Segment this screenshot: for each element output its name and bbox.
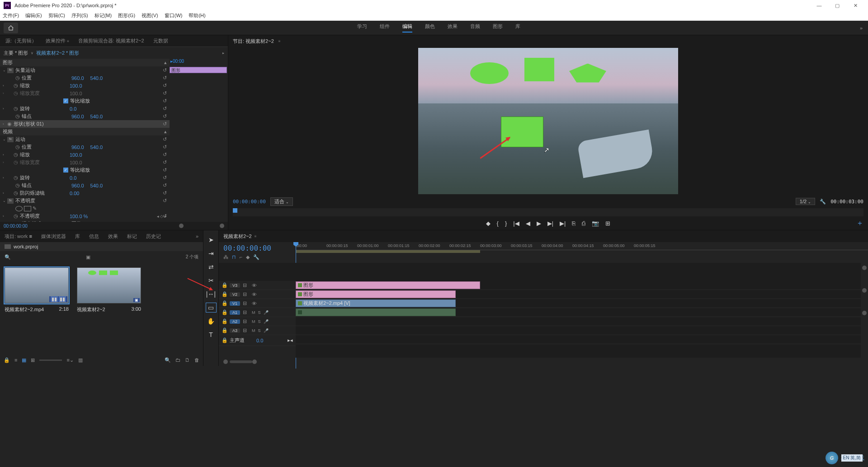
marker-button[interactable]: ◆ [486, 220, 491, 227]
lock-icon[interactable]: 🔒 [222, 327, 227, 333]
timeline-vscroll[interactable] [861, 263, 868, 358]
add-button[interactable]: ＋ [856, 219, 863, 228]
visibility-icon[interactable]: ◉ [7, 121, 14, 127]
lock-icon[interactable]: 🔒 [4, 357, 10, 363]
type-tool[interactable]: T [206, 330, 217, 340]
hand-tool[interactable]: ✋ [206, 316, 217, 326]
lock-icon[interactable]: 🔒 [222, 318, 227, 324]
mask-rect-icon[interactable] [24, 206, 31, 211]
solo-button[interactable]: S [258, 328, 261, 333]
lock-icon[interactable]: 🔒 [222, 300, 227, 306]
fx-badge-icon[interactable]: fx [7, 68, 14, 73]
solo-button[interactable]: S [258, 319, 261, 324]
video-frame[interactable] [418, 48, 678, 194]
timeline-timecode[interactable]: 00:00:00:00 [223, 244, 291, 252]
section-video[interactable]: 视频▴ [0, 128, 170, 135]
stopwatch-icon[interactable]: ◷ [14, 190, 20, 196]
stopwatch-icon[interactable]: ◷ [15, 144, 22, 150]
stopwatch-icon[interactable]: ◷ [15, 113, 22, 119]
program-timecode-out[interactable]: 00:00:03:00 [830, 199, 863, 205]
mark-in-button[interactable]: { [497, 220, 499, 227]
list-view-icon[interactable]: ≡ [14, 357, 17, 363]
lock-icon[interactable]: 🔒 [222, 291, 227, 297]
reset-icon[interactable]: ↺ [163, 152, 167, 158]
track-select-tool[interactable]: ⇥ [206, 248, 217, 258]
reset-icon[interactable]: ↺ [163, 106, 167, 112]
reset-icon[interactable]: ↺ [163, 67, 167, 73]
stopwatch-icon[interactable]: ◷ [14, 106, 20, 112]
voice-icon[interactable]: 🎤 [264, 319, 269, 324]
anchor-x[interactable]: 960.0 [71, 114, 84, 119]
ripple-edit-tool[interactable]: ⇄ [206, 262, 217, 272]
position-x[interactable]: 960.0 [71, 75, 84, 81]
toggle-icon[interactable]: ⊟ [243, 291, 249, 297]
clip-graphic-2[interactable]: 图形 [296, 290, 456, 298]
auto-sequence-icon[interactable]: ▥ [78, 357, 83, 363]
panel-menu-icon[interactable]: ≡ [255, 234, 257, 238]
menu-clip[interactable]: 剪辑(C) [48, 12, 65, 19]
resolution-dropdown[interactable]: 1/2 ⌄ [796, 198, 815, 205]
work-area-bar[interactable] [296, 250, 480, 253]
stopwatch-icon[interactable]: ◷ [15, 75, 22, 81]
ws-assembly[interactable]: 组件 [380, 23, 390, 33]
solo-button[interactable]: S [258, 310, 261, 315]
go-to-out-button[interactable]: ▶| [560, 220, 566, 227]
scroll-handle[interactable] [220, 224, 224, 228]
track-header-v1[interactable]: 🔒V1⊟👁 [219, 299, 296, 308]
stopwatch-icon[interactable]: ◷ [14, 175, 20, 181]
effect-timecode[interactable]: 00:00:00:00 [4, 224, 28, 229]
reset-icon[interactable]: ↺ [163, 83, 167, 89]
timeline-content[interactable]: 图形 图形 视频素材2~2.mp4 [V] [296, 263, 861, 358]
anchor-y[interactable]: 540.0 [90, 114, 103, 119]
search-icon[interactable]: 🔍 [5, 254, 11, 260]
program-video-area[interactable] [228, 47, 868, 195]
track-v3[interactable]: 图形 [296, 281, 861, 290]
reset-icon[interactable]: ↺ [163, 167, 167, 173]
razor-tool[interactable]: ✂ [206, 276, 217, 285]
new-bin-icon[interactable]: 🗀 [175, 357, 180, 363]
tabs-more[interactable]: » [196, 234, 198, 239]
lock-icon[interactable]: 🔒 [222, 309, 227, 315]
lock-icon[interactable]: 🔒 [222, 337, 227, 343]
reset-icon[interactable]: ↺ [163, 198, 167, 204]
collapse-icon[interactable]: ▴ [164, 60, 167, 65]
snap-icon[interactable]: ⊓ [232, 254, 236, 260]
menu-graphics[interactable]: 图形(G) [118, 12, 135, 19]
reset-icon[interactable]: ↺ [163, 113, 167, 119]
track-header-a2[interactable]: 🔒A2⊟MS🎤 [219, 317, 296, 326]
shape-polygon[interactable] [569, 64, 606, 83]
track-header-a1[interactable]: 🔒A1⊟MS🎤 [219, 308, 296, 317]
sequence-tab[interactable]: 视频素材2~2 [223, 233, 252, 240]
stopwatch-icon[interactable]: ◷ [15, 182, 22, 188]
checkbox-uniform-2[interactable]: ✓ [63, 168, 68, 173]
scroll-handle[interactable] [862, 288, 867, 293]
track-a1[interactable] [296, 308, 861, 317]
zoom-handle[interactable] [223, 360, 228, 364]
reset-icon[interactable]: ↺ [163, 213, 167, 219]
program-title[interactable]: 节目: 视频素材2~2 [233, 38, 274, 45]
breadcrumb-master[interactable]: 主要 * 图形 [4, 50, 28, 56]
zoom-handle[interactable] [252, 360, 257, 364]
stopwatch-icon[interactable]: ◷ [14, 83, 20, 89]
freeform-view-icon[interactable]: ⊞ [31, 357, 35, 363]
toggle-icon[interactable]: ⊟ [243, 309, 249, 315]
voice-icon[interactable]: 🎤 [264, 310, 269, 315]
eye-icon[interactable]: 👁 [252, 283, 258, 288]
new-item-icon[interactable]: 🗋 [185, 357, 190, 363]
track-a2[interactable] [296, 317, 861, 326]
track-v1[interactable]: 视频素材2~2.mp4 [V] [296, 299, 861, 308]
scale-value[interactable]: 100.0 [70, 83, 82, 89]
mask-pen-icon[interactable]: ✎ [33, 205, 37, 211]
menu-help[interactable]: 帮助(H) [189, 12, 205, 19]
menu-sequence[interactable]: 序列(S) [71, 12, 88, 19]
ws-learn[interactable]: 学习 [357, 23, 367, 33]
menu-edit[interactable]: 编辑(E) [25, 12, 42, 19]
chevron-down-icon[interactable]: ∨ [31, 51, 33, 55]
go-to-in-button[interactable]: |◀ [513, 220, 519, 227]
reset-icon[interactable]: ↺ [163, 136, 167, 142]
icon-view-icon[interactable]: ▦ [22, 357, 26, 363]
breadcrumb-clip[interactable]: 视频素材2~2 * 图形 [36, 50, 79, 56]
clip-graphic-1[interactable]: 图形 [296, 281, 480, 289]
ws-graphics[interactable]: 图形 [493, 23, 503, 33]
menu-window[interactable]: 窗口(W) [165, 12, 183, 19]
